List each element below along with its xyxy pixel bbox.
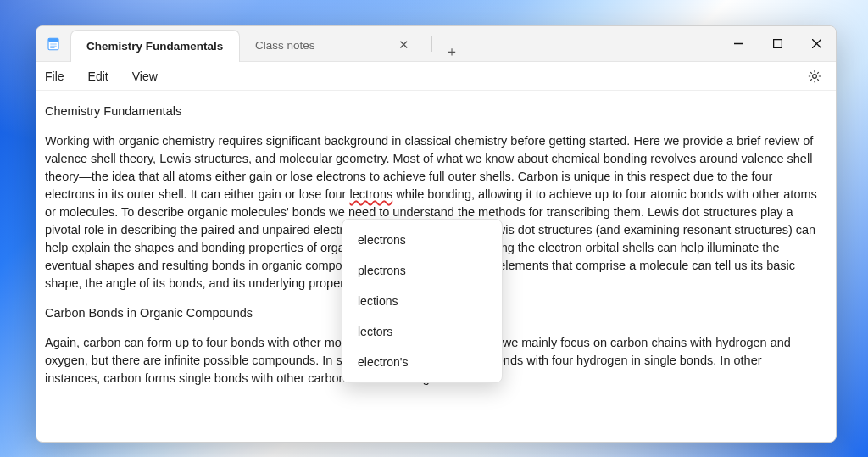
doc-heading: Chemistry Fundamentals — [45, 103, 819, 120]
settings-button[interactable] — [802, 69, 827, 84]
tab-title: Class notes — [255, 39, 315, 52]
suggestion-item[interactable]: plectrons — [342, 255, 502, 286]
suggestion-item[interactable]: electron's — [342, 347, 502, 377]
notepad-app-icon — [36, 26, 70, 61]
svg-rect-6 — [773, 40, 782, 48]
minimize-button[interactable] — [719, 31, 758, 58]
menubar: File Edit View — [36, 62, 836, 91]
tab-active[interactable]: Chemistry Fundamentals — [70, 30, 240, 62]
suggestion-item[interactable]: electrons — [342, 225, 502, 255]
tab-title: Chemistry Fundamentals — [86, 40, 223, 53]
maximize-button[interactable] — [758, 31, 797, 58]
suggestion-item[interactable]: lections — [342, 286, 502, 316]
tab-separator — [431, 36, 432, 52]
suggestion-item[interactable]: lectors — [342, 316, 502, 347]
menu-view[interactable]: View — [132, 70, 158, 83]
titlebar: Chemistry Fundamentals Class notes ✕ ＋ — [36, 26, 836, 62]
svg-point-9 — [813, 74, 817, 78]
window-controls — [719, 26, 836, 61]
close-tab-icon[interactable]: ✕ — [395, 36, 413, 54]
tab-inactive[interactable]: Class notes ✕ — [240, 29, 426, 61]
spellcheck-suggestions-menu: electrons plectrons lections lectors ele… — [342, 219, 503, 383]
gear-icon — [807, 69, 822, 84]
close-window-button[interactable] — [797, 31, 836, 58]
menu-edit[interactable]: Edit — [88, 70, 108, 83]
spelling-error[interactable]: lectrons — [349, 187, 392, 201]
menu-file[interactable]: File — [45, 70, 64, 83]
svg-rect-1 — [48, 38, 58, 42]
new-tab-button[interactable]: ＋ — [437, 43, 466, 61]
tab-strip: Chemistry Fundamentals Class notes ✕ ＋ — [70, 26, 719, 61]
